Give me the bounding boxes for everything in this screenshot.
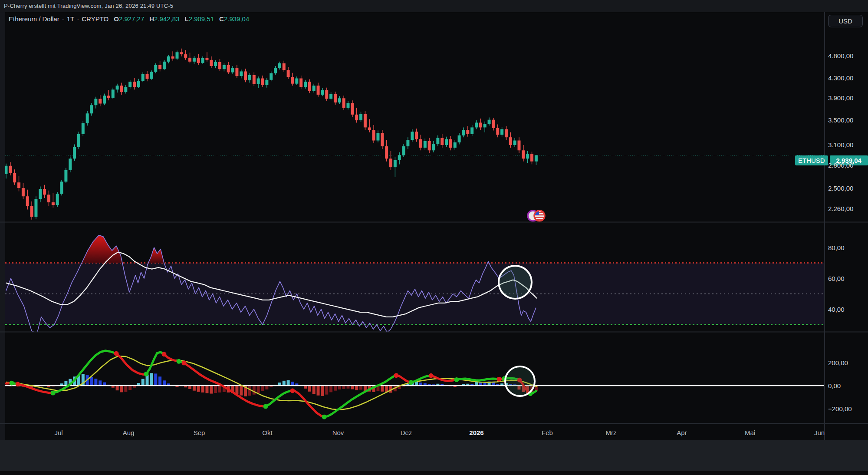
candlestick-pane[interactable] <box>5 49 825 220</box>
rsi-axis-label: 60,00 <box>828 275 845 282</box>
time-axis-label-Mai: Mai <box>745 429 755 436</box>
exchange-label: CRYPTO <box>82 15 108 23</box>
price-axis-label: 4.800,00 <box>828 52 853 59</box>
symbol-name[interactable]: Ethereum / Dollar <box>9 15 59 23</box>
time-axis-label-Nov: Nov <box>332 429 344 436</box>
open-label: O <box>114 15 119 23</box>
chart-canvas[interactable] <box>0 12 868 440</box>
macd-line-segment <box>164 354 179 361</box>
high-label: H <box>149 15 154 23</box>
chart-area[interactable]: Ethereum / Dollar·1T·CRYPTOO2.927,27H2.9… <box>0 12 868 440</box>
price-axis-label: 2.500,00 <box>828 185 853 192</box>
macd-pane[interactable] <box>5 351 825 419</box>
symbol-chip: ETHUSD <box>795 155 828 165</box>
price-axis-label: 4.300,00 <box>828 74 853 82</box>
price-axis-label: 3.500,00 <box>828 116 853 123</box>
low-label: L <box>185 15 189 23</box>
rsi-axis-label: 40,00 <box>828 306 845 313</box>
macd-highlight-circle[interactable] <box>505 366 535 396</box>
footer-bar: TradingView <box>0 440 868 471</box>
rsi-axis-label: 80,00 <box>828 244 845 251</box>
macd-line-segment <box>396 376 411 383</box>
open-value: 2.927,27 <box>119 15 144 23</box>
macd-axis-label: 200,00 <box>828 359 848 366</box>
currency-toggle-button[interactable]: USD <box>828 15 863 27</box>
time-axis-label-2026: 2026 <box>469 429 483 436</box>
attribution-bar: P-Cherry erstellt mit TradingView.com, J… <box>0 0 868 12</box>
time-axis-label-Feb: Feb <box>542 429 553 436</box>
time-axis-label-Dez: Dez <box>401 429 412 436</box>
rsi-overbought-fill <box>148 247 164 263</box>
time-axis-label-Jun: Jun <box>814 429 825 436</box>
rsi-overbought-fill <box>82 235 122 263</box>
time-axis-label-Okt: Okt <box>262 429 272 436</box>
price-axis-label: 3.100,00 <box>828 141 853 148</box>
time-axis-label-Mrz: Mrz <box>606 429 617 436</box>
bottom-strip <box>0 471 868 475</box>
macd-line-segment <box>324 376 396 417</box>
macd-line-segment <box>53 351 116 393</box>
tradingview-chart-page: P-Cherry erstellt mit TradingView.com, J… <box>0 0 868 475</box>
time-axis-label-Aug: Aug <box>123 429 135 436</box>
left-edge-strip <box>0 12 5 440</box>
separator-dot: · <box>59 15 67 23</box>
close-value: 2.939,04 <box>224 15 249 23</box>
low-value: 2.909,51 <box>189 15 214 23</box>
time-axis-label-Jul: Jul <box>54 429 62 436</box>
interval-label[interactable]: 1T <box>67 15 75 23</box>
rsi-pane[interactable] <box>5 235 825 334</box>
price-axis-label: 3.900,00 <box>828 94 853 102</box>
close-label: C <box>219 15 224 23</box>
price-axis-label: 2.800,00 <box>828 162 853 169</box>
high-value: 2.942,83 <box>154 15 179 23</box>
separator-dot: · <box>74 15 82 23</box>
rsi-highlight-circle[interactable] <box>499 266 532 299</box>
macd-line-segment <box>184 363 266 406</box>
time-axis-label-Apr: Apr <box>677 429 687 436</box>
macd-axis-label: −200,00 <box>828 405 852 412</box>
symbol-legend[interactable]: Ethereum / Dollar·1T·CRYPTOO2.927,27H2.9… <box>9 15 249 23</box>
price-axis-label: 2.260,00 <box>828 205 853 212</box>
time-axis-label-Sep: Sep <box>194 429 205 436</box>
macd-axis-label: 0,00 <box>828 382 841 389</box>
us-flag-event-icon[interactable] <box>528 210 546 222</box>
